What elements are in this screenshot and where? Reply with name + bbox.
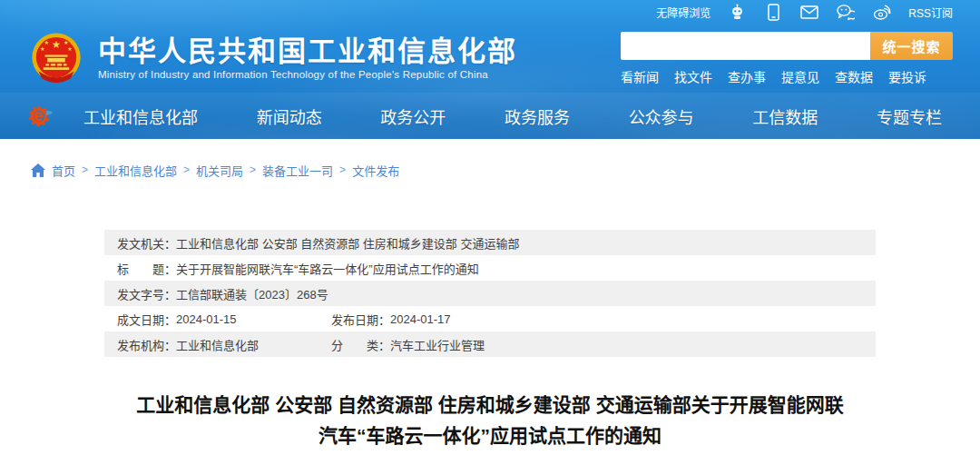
- search-area: 统一搜索 看新闻 找文件 查办事 提意见 查数据 要投诉: [621, 32, 953, 85]
- quick-link-services[interactable]: 查办事: [728, 67, 766, 85]
- doc-value: 工业和信息化部: [176, 336, 259, 353]
- brand[interactable]: ★ ★ ★ ★ ★ 中华人民共和国工业和信息化部 Ministry of Ind…: [27, 29, 517, 87]
- quick-link-data[interactable]: 查数据: [835, 67, 873, 85]
- doc-label: 标 题：: [117, 260, 176, 277]
- robot-assistant-icon[interactable]: [727, 4, 747, 20]
- quick-link-suggestions[interactable]: 提意见: [781, 67, 819, 85]
- top-utility-bar: 无障碍浏览: [0, 0, 980, 24]
- svg-text:★: ★: [40, 45, 45, 52]
- doc-row-issuing-agency: 发文机关：工业和信息化部 公安部 自然资源部 住房和城乡建设部 交通运输部: [104, 230, 876, 255]
- site-title: 中华人民共和国工业和信息化部: [98, 36, 517, 67]
- document-info-table: 发文机关：工业和信息化部 公安部 自然资源部 住房和城乡建设部 交通运输部 标 …: [104, 230, 876, 357]
- doc-row-publisher-category: 发布机构：工业和信息化部 分 类：汽车工业行业管理: [104, 331, 876, 357]
- doc-value: 汽车工业行业管理: [390, 336, 485, 353]
- wechat-icon[interactable]: [836, 4, 856, 20]
- breadcrumb-equipment-dept[interactable]: 装备工业一司: [262, 162, 333, 179]
- nav-item-miit[interactable]: 工业和信息化部: [83, 104, 198, 128]
- doc-label: 成文日期：: [117, 311, 176, 328]
- site-title-english: Ministry of Industry and Information Tec…: [98, 69, 517, 80]
- accessibility-link[interactable]: 无障碍浏览: [656, 5, 710, 20]
- search-button[interactable]: 统一搜索: [870, 32, 953, 60]
- mail-icon[interactable]: [799, 4, 819, 20]
- article-title: 工业和信息化部 公安部 自然资源部 住房和城乡建设部 交通运输部关于开展智能网联…: [82, 390, 898, 451]
- brand-text: 中华人民共和国工业和信息化部 Ministry of Industry and …: [98, 36, 517, 80]
- nav-items: 工业和信息化部 新闻动态 政务公开 政务服务 公众参与 工信数据 专题专栏: [83, 104, 955, 128]
- svg-text:★: ★: [67, 45, 73, 52]
- breadcrumb-separator: >: [82, 163, 88, 176]
- quick-link-news[interactable]: 看新闻: [621, 67, 659, 85]
- search-input[interactable]: [621, 32, 870, 60]
- doc-row-title: 标 题：关于开展智能网联汽车“车路云一体化”应用试点工作的通知: [104, 255, 876, 281]
- quick-link-complaints[interactable]: 要投诉: [888, 67, 926, 85]
- nav-item-data[interactable]: 工信数据: [752, 104, 818, 128]
- breadcrumb-separator: >: [339, 163, 346, 176]
- nav-item-gov-affairs[interactable]: 政务公开: [380, 104, 446, 128]
- breadcrumb-miit[interactable]: 工业和信息化部: [94, 162, 177, 179]
- doc-value: 关于开展智能网联汽车“车路云一体化”应用试点工作的通知: [176, 260, 479, 277]
- svg-text:★: ★: [64, 39, 69, 45]
- doc-value: 2024-01-17: [390, 312, 451, 326]
- breadcrumb-separator: >: [183, 163, 190, 176]
- mobile-icon[interactable]: [763, 4, 783, 20]
- doc-row-dates: 成文日期：2024-01-15 发布日期：2024-01-17: [104, 306, 876, 331]
- doc-value: 2024-01-15: [176, 312, 237, 326]
- doc-label: 发布机构：: [117, 336, 176, 353]
- main-nav: 工业和信息化部 新闻动态 政务公开 政务服务 公众参与 工信数据 专题专栏: [0, 93, 980, 139]
- doc-row-document-number: 发文字号：工信部联通装〔2023〕268号: [104, 281, 876, 306]
- doc-label: 发布日期：: [331, 311, 390, 328]
- article-title-line1: 工业和信息化部 公安部 自然资源部 住房和城乡建设部 交通运输部关于开展智能网联: [136, 394, 843, 415]
- nav-item-news[interactable]: 新闻动态: [257, 104, 322, 128]
- quick-links: 看新闻 找文件 查办事 提意见 查数据 要投诉: [621, 67, 953, 85]
- rss-link[interactable]: RSS订阅: [908, 5, 953, 20]
- article-title-line2: 汽车“车路云一体化”应用试点工作的通知: [318, 425, 662, 446]
- doc-label: 发文字号：: [117, 285, 176, 302]
- doc-value: 工信部联通装〔2023〕268号: [176, 285, 328, 302]
- breadcrumb-document-release[interactable]: 文件发布: [352, 162, 399, 179]
- doc-label: 分 类：: [331, 336, 390, 353]
- doc-label: 发文机关：: [117, 234, 176, 252]
- national-emblem-icon: ★ ★ ★ ★ ★: [27, 29, 85, 87]
- doc-value: 工业和信息化部 公安部 自然资源部 住房和城乡建设部 交通运输部: [176, 234, 519, 252]
- site-header: 无障碍浏览: [0, 0, 980, 139]
- nav-item-gov-services[interactable]: 政务服务: [505, 104, 570, 128]
- weibo-icon[interactable]: [872, 4, 892, 20]
- nav-item-special-columns[interactable]: 专题专栏: [877, 104, 942, 128]
- header-main: ★ ★ ★ ★ ★ 中华人民共和国工业和信息化部 Ministry of Ind…: [0, 24, 980, 93]
- miit-logo-icon[interactable]: [25, 101, 56, 132]
- breadcrumb-separator: >: [250, 163, 256, 176]
- page-content: 首页 > 工业和信息化部 > 机关司局 > 装备工业一司 > 文件发布 发文机关…: [0, 139, 980, 451]
- nav-item-public-participation[interactable]: 公众参与: [629, 104, 694, 128]
- home-icon[interactable]: [31, 163, 45, 177]
- svg-text:★: ★: [52, 38, 61, 51]
- breadcrumb-home[interactable]: 首页: [52, 162, 75, 179]
- svg-text:★: ★: [44, 39, 50, 45]
- breadcrumb: 首页 > 工业和信息化部 > 机关司局 > 装备工业一司 > 文件发布: [0, 161, 980, 179]
- quick-link-files[interactable]: 找文件: [674, 67, 712, 85]
- breadcrumb-departments[interactable]: 机关司局: [196, 162, 243, 179]
